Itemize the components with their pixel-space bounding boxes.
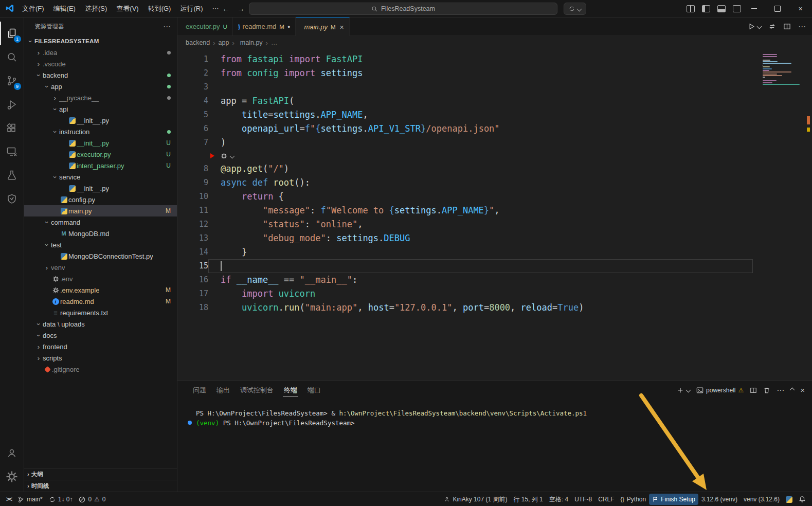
line-number[interactable]: 3 bbox=[177, 80, 208, 94]
line-number[interactable]: 15 bbox=[177, 259, 208, 273]
tree-item[interactable]: __init__.pyU bbox=[24, 137, 177, 149]
tree-item[interactable]: ›command bbox=[24, 216, 177, 228]
tree-item[interactable]: .gitignore bbox=[24, 364, 177, 375]
code-editor[interactable]: 1from fastapi import FastAPI2from config… bbox=[177, 49, 812, 381]
explorer-icon[interactable]: 1 bbox=[0, 22, 24, 45]
open-changes-icon[interactable] bbox=[768, 23, 776, 30]
tree-item[interactable]: ›__pycache__ bbox=[24, 92, 177, 103]
minimize-button[interactable] bbox=[743, 0, 766, 17]
line-number[interactable]: 18 bbox=[177, 301, 208, 315]
menu-item-1[interactable]: 编辑(E) bbox=[49, 3, 80, 15]
notifications-bell[interactable] bbox=[796, 494, 809, 505]
back-button[interactable]: ← bbox=[222, 4, 230, 13]
line-number[interactable]: 17 bbox=[177, 287, 208, 301]
breadcrumb-item[interactable]: … bbox=[271, 39, 278, 46]
line-number[interactable]: 4 bbox=[177, 94, 208, 108]
code-line[interactable]: 1from fastapi import FastAPI bbox=[177, 52, 812, 66]
menu-item-2[interactable]: 选择(S) bbox=[80, 3, 112, 15]
indentation-item[interactable]: 空格: 4 bbox=[546, 494, 571, 505]
new-terminal-button[interactable] bbox=[677, 387, 690, 394]
encoding-item[interactable]: UTF-8 bbox=[571, 494, 595, 505]
breakpoint-marker[interactable] bbox=[210, 153, 214, 158]
settings-gear-icon[interactable] bbox=[0, 465, 24, 489]
panel-tab-输出[interactable]: 输出 bbox=[211, 381, 235, 399]
remote-explorer-icon[interactable] bbox=[0, 140, 24, 164]
testing-icon[interactable] bbox=[0, 164, 24, 187]
code-line[interactable]: 9async def root(): bbox=[177, 176, 812, 190]
code-line[interactable]: 14 } bbox=[177, 245, 812, 259]
tree-item[interactable]: ›venv bbox=[24, 262, 177, 273]
tree-item[interactable]: ›docs bbox=[24, 330, 177, 341]
tree-item[interactable]: ›.idea bbox=[24, 47, 177, 58]
more-actions-icon[interactable]: ⋯ bbox=[163, 22, 171, 31]
line-number[interactable]: 6 bbox=[177, 122, 208, 136]
line-number[interactable]: 2 bbox=[177, 66, 208, 80]
kill-terminal-icon[interactable] bbox=[763, 387, 770, 394]
panel-tab-终端[interactable]: 终端 bbox=[279, 381, 302, 399]
tree-item[interactable]: .env.exampleM bbox=[24, 284, 177, 296]
tree-item[interactable]: ›api bbox=[24, 103, 177, 115]
command-decoration-dot[interactable] bbox=[188, 421, 192, 425]
breadcrumb-item[interactable]: backend bbox=[186, 39, 210, 46]
code-line[interactable]: 5 title=settings.APP_NAME, bbox=[177, 108, 812, 122]
dirty-dot-icon[interactable]: ● bbox=[287, 24, 290, 29]
tab-main.py[interactable]: main.pyM× bbox=[296, 17, 349, 36]
code-line[interactable]: 8@app.get("/") bbox=[177, 162, 812, 176]
maximize-button[interactable] bbox=[766, 0, 789, 17]
panel-tab-问题[interactable]: 问题 bbox=[188, 381, 211, 399]
tree-item[interactable]: __init__.py bbox=[24, 115, 177, 126]
code-line[interactable]: 15 bbox=[177, 259, 812, 273]
tree-item[interactable]: ›data \ uploads bbox=[24, 318, 177, 330]
run-python-file-button[interactable] bbox=[748, 23, 761, 30]
line-number[interactable]: 8 bbox=[177, 162, 208, 176]
breadcrumb-item[interactable]: app bbox=[219, 39, 229, 46]
tree-item[interactable]: MongoDBConnectionTest.py bbox=[24, 250, 177, 262]
line-number[interactable]: 11 bbox=[177, 204, 208, 218]
sidebar-section-0[interactable]: ›大纲 bbox=[24, 468, 177, 480]
tree-item[interactable]: .env bbox=[24, 273, 177, 284]
tree-item[interactable]: ireadme.mdM bbox=[24, 296, 177, 307]
cursor-position-item[interactable]: 行 15, 列 1 bbox=[510, 494, 546, 505]
breadcrumb-item[interactable]: main.py bbox=[238, 39, 263, 46]
line-number[interactable]: 5 bbox=[177, 108, 208, 122]
tree-item[interactable]: ›.vscode bbox=[24, 58, 177, 69]
toggle-panel-button[interactable] bbox=[717, 5, 726, 12]
code-line[interactable]: 12 "status": "online", bbox=[177, 218, 812, 231]
code-line[interactable]: 18 uvicorn.run("main:app", host="127.0.0… bbox=[177, 301, 812, 315]
code-line[interactable]: 16if __name__ == "__main__": bbox=[177, 273, 812, 287]
language-mode-item[interactable]: {} Python bbox=[617, 494, 649, 505]
split-editor-icon[interactable] bbox=[783, 23, 791, 30]
toggle-secondary-sidebar-button[interactable] bbox=[733, 5, 741, 12]
tree-item[interactable]: ›FILESREADSYSTEAM bbox=[24, 35, 177, 47]
code-line[interactable]: 4app = FastAPI( bbox=[177, 94, 812, 108]
launch-profile-dropdown[interactable] bbox=[564, 3, 586, 15]
tree-item[interactable]: ›scripts bbox=[24, 352, 177, 364]
code-line[interactable]: 17 import uvicorn bbox=[177, 287, 812, 301]
code-line[interactable]: 11 "message": f"Welcome to {settings.APP… bbox=[177, 204, 812, 218]
close-button[interactable]: × bbox=[789, 0, 812, 17]
panel-tab-调试控制台[interactable]: 调试控制台 bbox=[235, 381, 279, 399]
tree-item[interactable]: ›app bbox=[24, 81, 177, 92]
breadcrumb[interactable]: backend›app›main.py›… bbox=[177, 36, 812, 49]
remote-indicator[interactable]: >< bbox=[3, 494, 14, 505]
menu-item-6[interactable]: ⋯ bbox=[207, 3, 223, 15]
source-control-icon[interactable]: 9 bbox=[0, 69, 24, 93]
line-number[interactable]: 14 bbox=[177, 245, 208, 259]
run-and-debug-icon[interactable] bbox=[0, 93, 24, 116]
python-env-item[interactable]: venv (3.12.6) bbox=[741, 494, 783, 505]
close-tab-icon[interactable]: × bbox=[340, 23, 344, 31]
terminal-output[interactable]: PS H:\OwnProject\FilesReadSysteam> & h:\… bbox=[177, 399, 812, 492]
tree-item[interactable]: intent_parser.pyU bbox=[24, 160, 177, 171]
menu-item-0[interactable]: 文件(F) bbox=[17, 3, 49, 15]
code-line[interactable]: 6 openapi_url=f"{settings.API_V1_STR}/op… bbox=[177, 122, 812, 136]
line-number[interactable]: 16 bbox=[177, 273, 208, 287]
tree-item[interactable]: ›instruction bbox=[24, 126, 177, 137]
python-interpreter-item[interactable]: 3.12.6 (venv) bbox=[698, 494, 741, 505]
menu-item-5[interactable]: 运行(R) bbox=[175, 3, 207, 15]
tree-item[interactable]: executor.pyU bbox=[24, 149, 177, 160]
extension-shield-icon[interactable] bbox=[0, 187, 24, 211]
code-line[interactable]: 3 bbox=[177, 80, 812, 94]
line-number[interactable]: 7 bbox=[177, 136, 208, 150]
tree-item[interactable]: ≡requirements.txt bbox=[24, 307, 177, 318]
line-number[interactable]: 10 bbox=[177, 190, 208, 204]
